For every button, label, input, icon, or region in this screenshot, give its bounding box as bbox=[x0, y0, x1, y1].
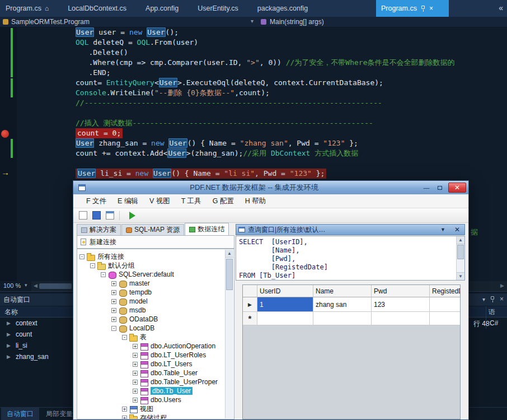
breakpoint-indicator[interactable] bbox=[1, 130, 9, 138]
grid-cell[interactable]: zhang san bbox=[313, 297, 372, 312]
active-document-tab[interactable]: Program.cs × bbox=[376, 0, 449, 17]
new-file-icon[interactable] bbox=[79, 211, 87, 220]
scrollbar-thumb[interactable] bbox=[226, 259, 233, 290]
tree-item-视图[interactable]: +视图 bbox=[77, 404, 234, 413]
pin-icon[interactable] bbox=[491, 296, 494, 300]
tree-item-dbo.LT_UserRoles[interactable]: +dbo.LT_UserRoles bbox=[77, 351, 234, 360]
expand-icon[interactable]: + bbox=[133, 371, 138, 376]
panel-tab-数据连结[interactable]: 数据连结 bbox=[185, 223, 229, 235]
grid-cell[interactable] bbox=[430, 312, 461, 325]
menu-item[interactable]: E 编辑 bbox=[112, 195, 144, 208]
tree-item-LocalDB[interactable]: -LocalDB bbox=[77, 324, 234, 333]
scrollbar-thumb[interactable] bbox=[457, 245, 464, 259]
scroll-down-icon[interactable]: ▼ bbox=[457, 272, 464, 280]
new-connection-button[interactable]: 新建连接 bbox=[77, 235, 234, 249]
close-icon[interactable]: × bbox=[429, 4, 433, 12]
tree-item-master[interactable]: +master bbox=[77, 279, 234, 288]
menu-item[interactable]: V 视图 bbox=[144, 195, 176, 208]
query-window-title-bar[interactable]: 查询窗口|所有连接\默认… ▼ ✕ bbox=[236, 224, 465, 235]
tree-item-ODataDB[interactable]: +ODataDB bbox=[77, 315, 234, 324]
tree-item-存储过程[interactable]: +存储过程 bbox=[77, 413, 234, 419]
menu-item[interactable]: H 帮助 bbox=[240, 195, 272, 208]
expand-icon[interactable]: + bbox=[133, 389, 138, 394]
tree-item-dbo.Table_User[interactable]: +dbo.Table_User bbox=[77, 368, 234, 377]
panel-tab-解决方案[interactable]: 解决方案 bbox=[77, 224, 121, 235]
grid-cell[interactable] bbox=[372, 312, 430, 325]
tree-item-dbo.AuctionOperation[interactable]: +dbo.AuctionOperation bbox=[77, 342, 234, 351]
grid-cell[interactable]: 123 bbox=[372, 297, 430, 312]
grid-row[interactable]: ▶1zhang san123 bbox=[243, 297, 461, 312]
panel-tab-SQL-MAP 资源[interactable]: SQL-MAP 资源 bbox=[121, 224, 184, 235]
form-icon[interactable] bbox=[106, 211, 114, 220]
scroll-up-icon[interactable]: ▲ bbox=[457, 236, 464, 244]
tab-packages.config[interactable]: packages.config bbox=[257, 4, 308, 12]
expand-icon[interactable]: ▶ bbox=[7, 354, 11, 360]
grid-cell[interactable] bbox=[313, 312, 372, 325]
expand-icon[interactable]: + bbox=[111, 281, 116, 286]
tree-item-dbo.Table_UserProper[interactable]: +dbo.Table_UserProper bbox=[77, 377, 234, 386]
tab-overflow-icon[interactable]: « bbox=[499, 3, 503, 12]
close-button[interactable]: ✕ bbox=[448, 183, 466, 193]
tab-LocalDbContext.cs[interactable]: LocalDbContext.cs bbox=[68, 4, 126, 12]
expand-icon[interactable]: + bbox=[122, 407, 127, 412]
tab-App.config[interactable]: App.config bbox=[145, 4, 179, 12]
expand-icon[interactable]: + bbox=[111, 317, 116, 322]
menu-item[interactable]: G 配置 bbox=[207, 195, 240, 208]
pin-icon[interactable] bbox=[421, 6, 425, 9]
expand-icon[interactable]: + bbox=[133, 362, 138, 367]
minimize-button[interactable]: — bbox=[420, 183, 433, 193]
tree-item-所有连接[interactable]: -所有连接 bbox=[77, 252, 234, 261]
pdfnet-ide-window[interactable]: PDF.NET 数据开发框架 -- 集成开发环境 — ✕ F 文件E 编辑V 视… bbox=[73, 180, 469, 420]
expand-icon[interactable]: + bbox=[111, 299, 116, 304]
scroll-right-icon[interactable]: ▶ bbox=[500, 283, 504, 288]
scroll-up-icon[interactable]: ▲ bbox=[226, 250, 233, 258]
bottom-tab-自动窗口[interactable]: 自动窗口 bbox=[1, 408, 39, 420]
collapse-icon[interactable]: - bbox=[111, 326, 116, 331]
member-dropdown[interactable]: Main(string[] args) bbox=[270, 18, 324, 26]
grid-column-header-Name[interactable]: Name bbox=[313, 285, 372, 297]
zoom-chevron-icon[interactable]: ▾ bbox=[25, 282, 27, 288]
close-icon[interactable]: × bbox=[500, 295, 504, 303]
window-position-icon[interactable]: ▾ bbox=[482, 296, 485, 302]
scope-dropdown[interactable]: SampleORMTest.Program bbox=[11, 18, 90, 26]
tree-item-dbo.Users[interactable]: +dbo.Users bbox=[77, 395, 234, 404]
tree-item-默认分组[interactable]: -默认分组 bbox=[77, 261, 234, 270]
collapse-icon[interactable]: - bbox=[79, 254, 84, 259]
sql-editor[interactable]: SELECT [UserID], [Name], [Pwd], [Registe… bbox=[236, 236, 465, 281]
grid-column-header-RegistedD[interactable]: RegistedD bbox=[430, 285, 461, 297]
chevron-down-icon[interactable]: ▼ bbox=[440, 227, 445, 232]
run-icon[interactable] bbox=[129, 212, 135, 220]
expand-icon[interactable]: + bbox=[111, 290, 116, 295]
tree-scrollbar[interactable]: ▲ bbox=[225, 250, 233, 418]
tree-item-dbo.Tb_User[interactable]: +dbo.Tb_User bbox=[77, 386, 234, 395]
menu-item[interactable]: T 工具 bbox=[176, 195, 207, 208]
maximize-button[interactable] bbox=[433, 183, 447, 193]
scrollbar-thumb[interactable] bbox=[39, 283, 72, 289]
menu-item[interactable]: F 文件 bbox=[81, 195, 112, 208]
grid-column-header-UserID[interactable]: UserID bbox=[257, 285, 313, 297]
close-icon[interactable]: ✕ bbox=[454, 226, 460, 234]
expand-icon[interactable]: ▶ bbox=[7, 343, 11, 348]
window-title-bar[interactable]: PDF.NET 数据开发框架 -- 集成开发环境 — ✕ bbox=[73, 181, 468, 194]
expand-icon[interactable]: + bbox=[133, 344, 138, 349]
result-grid[interactable]: UserIDNamePwdRegistedD ▶1zhang san123* bbox=[242, 284, 461, 419]
tree-item-model[interactable]: +model bbox=[77, 297, 234, 306]
expand-icon[interactable]: + bbox=[133, 398, 138, 403]
expand-icon[interactable]: ▶ bbox=[7, 332, 11, 337]
tree-item-表[interactable]: -表 bbox=[77, 333, 234, 342]
sql-scrollbar[interactable]: ▲ ▼ bbox=[456, 236, 464, 280]
tree-item-tempdb[interactable]: +tempdb bbox=[77, 288, 234, 297]
collapse-icon[interactable]: - bbox=[101, 272, 106, 277]
scroll-left-icon[interactable]: ◀ bbox=[34, 283, 37, 288]
tab-Program.cs[interactable]: Program.cs⌂ bbox=[6, 4, 49, 12]
grid-row[interactable]: * bbox=[243, 312, 461, 325]
zoom-level[interactable]: 100 % bbox=[3, 282, 21, 289]
tree-item-dbo.LT_Users[interactable]: +dbo.LT_Users bbox=[77, 360, 234, 368]
grid-cell[interactable] bbox=[257, 312, 313, 325]
expand-icon[interactable]: + bbox=[133, 353, 138, 358]
expand-icon[interactable]: + bbox=[122, 416, 127, 420]
save-icon[interactable] bbox=[92, 211, 101, 220]
expand-icon[interactable]: + bbox=[111, 308, 116, 313]
collapse-icon[interactable]: - bbox=[90, 263, 95, 268]
grid-cell[interactable]: 1 bbox=[257, 297, 313, 312]
